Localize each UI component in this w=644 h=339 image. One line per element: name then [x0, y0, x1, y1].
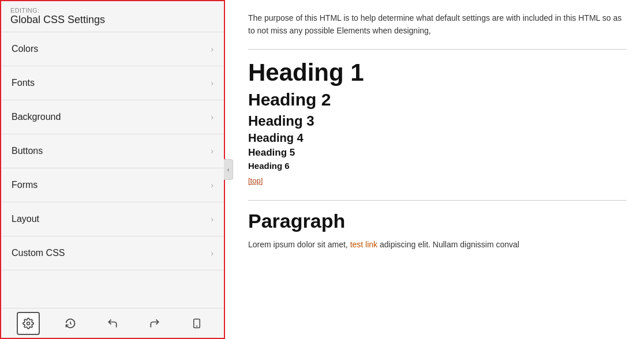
- chevron-right-icon-buttons: ›: [211, 146, 214, 156]
- chevron-right-icon-forms: ›: [211, 180, 214, 190]
- undo-button[interactable]: [101, 312, 124, 335]
- chevron-right-icon-background: ›: [211, 112, 214, 122]
- sidebar-item-fonts[interactable]: Fonts ›: [1, 66, 224, 100]
- sidebar-item-label-background: Background: [12, 112, 61, 122]
- sidebar-item-label-buttons: Buttons: [12, 146, 43, 156]
- sidebar-item-background[interactable]: Background ›: [1, 100, 224, 134]
- paragraph-heading: Paragraph: [248, 210, 627, 232]
- paragraph-text: Lorem ipsum dolor sit amet, test link ad…: [248, 238, 627, 252]
- sidebar-item-forms[interactable]: Forms ›: [1, 168, 224, 202]
- paragraph-after-link: adipiscing elit. Nullam dignissim conval: [377, 240, 519, 249]
- sidebar-item-label-custom-css: Custom CSS: [12, 248, 65, 258]
- divider-paragraph: [248, 200, 627, 201]
- main-content: The purpose of this HTML is to help dete…: [225, 0, 644, 339]
- editing-label: EDITING:: [10, 7, 215, 14]
- svg-point-0: [27, 322, 29, 325]
- paragraph-before-link: Lorem ipsum dolor sit amet,: [248, 240, 350, 249]
- chevron-right-icon-layout: ›: [211, 214, 214, 224]
- sidebar: EDITING: Global CSS Settings Colors › Fo…: [0, 0, 225, 339]
- mobile-button[interactable]: [185, 312, 208, 335]
- sidebar-item-label-forms: Forms: [12, 180, 38, 190]
- sidebar-title: Global CSS Settings: [10, 14, 105, 25]
- sidebar-item-layout[interactable]: Layout ›: [1, 202, 224, 236]
- sidebar-menu: Colors › Fonts › Background › Buttons › …: [1, 32, 224, 308]
- sidebar-item-custom-css[interactable]: Custom CSS ›: [1, 236, 224, 270]
- sidebar-item-colors[interactable]: Colors ›: [1, 32, 224, 66]
- heading3: Heading 3: [248, 113, 627, 129]
- chevron-right-icon-fonts: ›: [211, 78, 214, 88]
- sidebar-header: EDITING: Global CSS Settings: [1, 1, 224, 32]
- divider-top: [248, 49, 627, 50]
- sidebar-item-label-fonts: Fonts: [12, 78, 35, 88]
- sidebar-item-buttons[interactable]: Buttons ›: [1, 134, 224, 168]
- sidebar-item-label-layout: Layout: [12, 214, 39, 224]
- sidebar-item-label-colors: Colors: [12, 44, 38, 54]
- chevron-left-icon: ‹: [227, 166, 230, 173]
- test-link[interactable]: test link: [350, 240, 377, 249]
- sidebar-collapse-toggle[interactable]: ‹: [224, 159, 233, 180]
- chevron-right-icon-custom-css: ›: [211, 248, 214, 258]
- settings-button[interactable]: [17, 312, 40, 335]
- chevron-right-icon-colors: ›: [211, 44, 214, 54]
- heading2: Heading 2: [248, 90, 627, 110]
- heading5: Heading 5: [248, 147, 627, 159]
- sidebar-toolbar: [1, 308, 224, 338]
- heading4: Heading 4: [248, 131, 627, 145]
- redo-button[interactable]: [143, 312, 166, 335]
- intro-text: The purpose of this HTML is to help dete…: [248, 12, 627, 37]
- heading6: Heading 6: [248, 161, 627, 171]
- top-link[interactable]: [top]: [248, 176, 263, 185]
- heading1: Heading 1: [248, 59, 627, 86]
- history-button[interactable]: [59, 312, 82, 335]
